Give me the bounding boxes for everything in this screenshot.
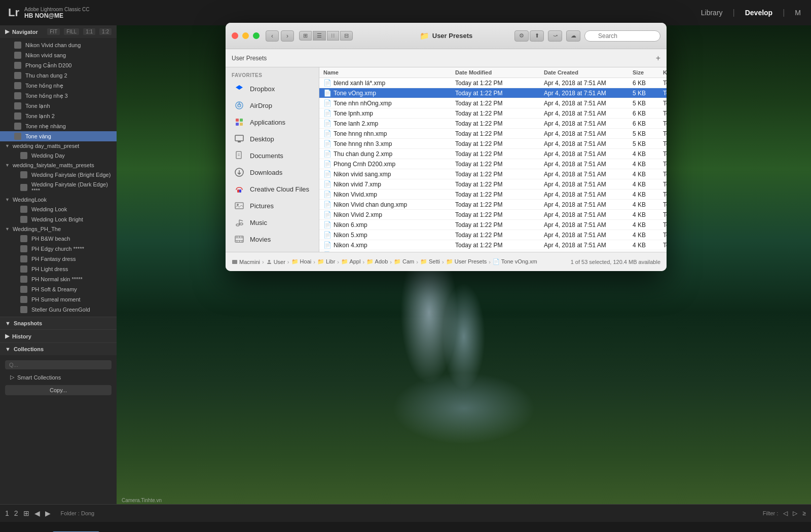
preset-tone-lanh-2[interactable]: Tone lạnh 2 [0,111,117,121]
sidebar-item-desktop[interactable]: Desktop [228,131,317,147]
preset-ph-bw-beach[interactable]: PH B&W beach [0,234,117,244]
preset-ph-surreal[interactable]: PH Surreal moment [0,294,117,305]
sidebar-item-movies[interactable]: Movies [228,231,317,247]
filter-btn-2[interactable]: ▷ [793,510,797,517]
preset-ph-edgy-church[interactable]: PH Edgy church ***** [0,244,117,254]
preset-wedding-look[interactable]: Wedding Look [0,204,117,214]
file-icon: 📄 [323,231,331,239]
flow-view-button[interactable]: ⊟ [340,31,353,41]
collections-header[interactable]: ▼ Collections [0,343,117,355]
group-wedding-fairytale[interactable]: ▼ wedding_fairytale_matts_presets [0,161,117,170]
file-row[interactable]: 📄 Nikon 5.xmp Today at 1:22 PM Apr 4, 20… [319,230,667,240]
file-row[interactable]: 📄 Tone lpnh.xmp Today at 1:22 PM Apr 4, … [319,108,667,119]
column-size[interactable]: Size [629,69,659,75]
tab-develop[interactable]: Develop [735,0,783,25]
file-row[interactable]: 📄 Tone vOng.xmp Today at 1:22 PM Apr 4, … [319,88,667,98]
add-folder-button[interactable]: + [656,54,660,63]
preset-icon [14,102,21,109]
close-button[interactable] [232,32,238,39]
action-button[interactable]: ⬆ [530,30,544,42]
page-num-2[interactable]: 2 [14,509,18,517]
nav-1-1[interactable]: 1:1 [83,28,95,35]
preset-tone-hong-nhe-3[interactable]: Tone hồng nhẹ 3 [0,91,117,101]
preset-ph-normal-skin[interactable]: PH Normal skin ***** [0,274,117,284]
sidebar-item-pictures[interactable]: Pictures [228,198,317,214]
sidebar-item-documents[interactable]: Documents [228,147,317,164]
sidebar-item-creative-cloud[interactable]: Creative Cloud Files [228,181,317,197]
collections-search[interactable] [5,360,112,369]
sidebar-item-music[interactable]: Music [228,214,317,231]
preset-tone-vang[interactable]: Tone vàng [0,131,117,141]
preset-thu-chan-dung[interactable]: Thu chan dung 2 [0,70,117,81]
column-kind[interactable]: Kind [659,69,667,75]
preset-ph-light-dress[interactable]: PH Light dress [0,264,117,274]
tab-library[interactable]: Library [691,0,733,25]
group-wedding-look[interactable]: ▼ WeddingLook [0,195,117,204]
preset-nikon-vivid-sang[interactable]: Nikon vivid sang [0,50,117,60]
preset-wedding-look-bright[interactable]: Wedding Look Bright [0,214,117,224]
file-row[interactable]: 📄 Tone nhn nhOng.xmp Today at 1:22 PM Ap… [319,98,667,108]
file-row[interactable]: 📄 Thu chan dung 2.xmp Today at 1:22 PM A… [319,149,667,159]
grid-view-btn[interactable]: ⊞ [23,509,29,517]
preset-tone-hong-nhe[interactable]: Tone hồng nhẹ [0,81,117,91]
navigator-header[interactable]: ▶ Navigator FIT FILL 1:1 1:2 [0,25,117,38]
nav-fit[interactable]: FIT [47,28,60,35]
file-row[interactable]: 📄 Nikon Vivid chan dung.xmp Today at 1:2… [319,200,667,210]
forward-button[interactable]: › [281,30,294,42]
icon-view-button[interactable]: ⊞ [299,31,312,41]
sidebar-item-dropbox[interactable]: Dropbox [228,81,317,97]
group-wedding-day[interactable]: ▼ wedding day_matts_preset [0,141,117,150]
preset-phong-canh[interactable]: Phong Cảnh D200 [0,60,117,70]
history-header[interactable]: ▶ History [0,330,117,343]
file-row[interactable]: 📄 Phong Crnh D200.xmp Today at 1:22 PM A… [319,159,667,169]
nav-1-2[interactable]: 1:2 [99,28,112,35]
list-view-button[interactable]: ☰ [313,31,326,41]
copy-button[interactable]: Copy... [5,385,112,395]
column-date-modified[interactable]: Date Modified [451,69,540,75]
file-row[interactable]: 📄 Tone lanh 2.xmp Today at 1:22 PM Apr 4… [319,119,667,129]
column-view-button[interactable]: ⁝⁝ [327,31,339,41]
file-row[interactable]: 📄 Tone hnng nhn 3.xmp Today at 1:22 PM A… [319,139,667,149]
column-name[interactable]: Name [319,69,451,75]
preset-fairytale-bright[interactable]: Wedding Fairytale (Bright Edge) [0,170,117,180]
column-date-created[interactable]: Date Created [540,69,629,75]
preset-wedding-day[interactable]: Wedding Day [0,150,117,161]
file-row[interactable]: 📄 Nikon 4.xmp Today at 1:22 PM Apr 4, 20… [319,240,667,250]
preset-steller-guru[interactable]: Steller Guru GreenGold [0,305,117,315]
back-button[interactable]: ‹ [266,30,279,42]
preset-fairytale-dark[interactable]: Wedding Fairytale (Dark Edge) **** [0,180,117,195]
file-row[interactable]: 📄 Tone hnng nhn.xmp Today at 1:22 PM Apr… [319,129,667,139]
airdrop-button[interactable]: ☁ [566,30,580,42]
sidebar-item-hoaibao[interactable]: HoaiBao [228,248,317,252]
file-row[interactable]: 📄 Nikon Vivid 2.xmp Today at 1:22 PM Apr… [319,210,667,220]
file-row[interactable]: 📄 Nikon 6.xmp Today at 1:22 PM Apr 4, 20… [319,220,667,230]
maximize-button[interactable] [253,32,260,39]
minimize-button[interactable] [242,32,249,39]
preset-nikon-vivid-chan-dung[interactable]: Nikon Vivid chan dung [0,40,117,50]
preset-tone-lanh[interactable]: Tone lạnh [0,101,117,111]
arrange-button[interactable]: ⚙ [514,30,529,42]
filter-btn-1[interactable]: ◁ [783,510,788,517]
tab-map[interactable]: M [785,0,811,25]
next-btn[interactable]: ▶ [45,509,51,517]
preset-ph-soft-dreamy[interactable]: PH Soft & Dreamy [0,284,117,294]
finder-file-list[interactable]: Name Date Modified Date Created Size Kin… [319,67,667,252]
collection-smart[interactable]: ▷ Smart Collections [0,372,117,382]
sidebar-item-applications[interactable]: Applications [228,114,317,130]
sidebar-item-downloads[interactable]: Downloads [228,164,317,180]
preset-tone-nhe-nhang[interactable]: Tone nhẹ nhàng [0,121,117,131]
file-row[interactable]: 📄 Nikon vivid sang.xmp Today at 1:22 PM … [319,169,667,179]
finder-search-input[interactable] [584,30,660,42]
file-row[interactable]: 📄 Nikon Vivid.xmp Today at 1:22 PM Apr 4… [319,189,667,200]
sidebar-item-airdrop[interactable]: AirDrop [228,97,317,113]
prev-btn[interactable]: ◀ [34,509,40,517]
file-row[interactable]: 📄 blend xanh lá*.xmp Today at 1:22 PM Ap… [319,78,667,88]
page-num-1[interactable]: 1 [5,509,9,517]
snapshots-header[interactable]: ▼ Snapshots [0,317,117,329]
group-weddings-ph[interactable]: ▼ Weddings_PH_The [0,224,117,234]
share-button[interactable]: ⤻ [548,30,562,42]
nav-fill[interactable]: FILL [64,28,79,35]
filter-btn-3[interactable]: ≥ [802,510,806,517]
file-row[interactable]: 📄 Nikon vivid 7.xmp Today at 1:22 PM Apr… [319,179,667,189]
preset-ph-fantasy-dress[interactable]: PH Fantasy dress [0,254,117,264]
